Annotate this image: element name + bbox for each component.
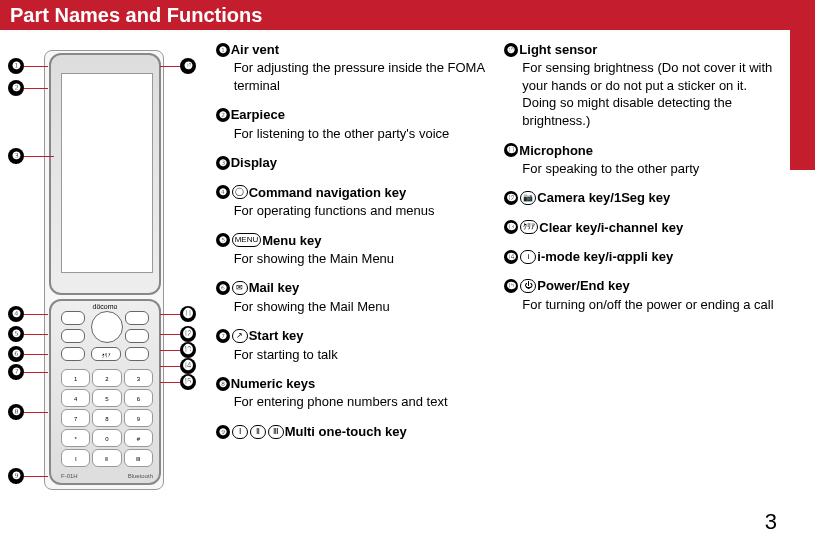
item-title: i-mode key/i-αppli key	[537, 249, 673, 264]
key-ii: Ⅱ	[92, 449, 121, 467]
lead-13	[160, 350, 180, 351]
description-col-1: ❶Air ventFor adjusting the pressure insi…	[216, 40, 491, 498]
mail-key	[61, 329, 85, 343]
item-desc: For operating functions and menus	[234, 202, 491, 220]
description-item: ⓫MicrophoneFor speaking to the other par…	[504, 141, 779, 178]
item-desc: For starting to talk	[234, 346, 491, 364]
lead-6	[24, 354, 48, 355]
description-item: ❺MENUMenu keyFor showing the Main Menu	[216, 231, 491, 268]
soft-key-left	[61, 311, 85, 325]
item-title: Multi one-touch key	[285, 424, 407, 439]
item-desc: For entering phone numbers and text	[234, 393, 491, 411]
keypad: 1 2 3 4 5 6 7 8 9 * 0 # Ⅰ Ⅱ Ⅲ	[61, 369, 153, 467]
key-icon: MENU	[232, 233, 262, 247]
lead-1	[24, 66, 48, 67]
key-icon: i	[520, 250, 536, 264]
bt-label: Bluetooth	[128, 473, 153, 479]
key-iii: Ⅲ	[124, 449, 153, 467]
item-number: ⓮	[504, 250, 518, 264]
side-tab-label: Introduction	[791, 44, 809, 149]
lead-12	[160, 334, 180, 335]
key-1: 1	[61, 369, 90, 387]
page-number: 3	[765, 509, 777, 535]
item-title: Earpiece	[231, 107, 285, 122]
description-item: ❹◯Command navigation keyFor operating fu…	[216, 183, 491, 220]
item-number: ❷	[216, 108, 230, 122]
description-item: ❸Display	[216, 153, 491, 171]
description-item: ❶Air ventFor adjusting the pressure insi…	[216, 40, 491, 94]
lead-2	[24, 88, 48, 89]
item-desc: For showing the Mail Menu	[234, 298, 491, 316]
description-item: ⓮ii-mode key/i-αppli key	[504, 247, 779, 265]
item-desc: For speaking to the other party	[522, 160, 779, 178]
key-hash: #	[124, 429, 153, 447]
lead-7	[24, 372, 48, 373]
item-title: Menu key	[262, 232, 321, 247]
item-number: ❸	[216, 156, 230, 170]
description-item: ❷EarpieceFor listening to the other part…	[216, 105, 491, 142]
key-9: 9	[124, 409, 153, 427]
item-title: Light sensor	[519, 42, 597, 57]
clear-key: ｸﾘｱ	[91, 347, 121, 361]
key-icon: ↗	[232, 329, 248, 343]
callout-13: ⓭	[180, 342, 196, 358]
callout-6: ❻	[8, 346, 24, 362]
description-item: ❿Light sensorFor sensing brightness (Do …	[504, 40, 779, 130]
item-title: Display	[231, 155, 277, 170]
brand-top: döcomo	[51, 303, 159, 310]
description-item: ❻✉Mail keyFor showing the Mail Menu	[216, 278, 491, 315]
item-number: ⓫	[504, 143, 518, 157]
key-icon: ⏻	[520, 279, 536, 293]
callout-7: ❼	[8, 364, 24, 380]
key-icon: Ⅱ	[250, 425, 266, 439]
item-title: Start key	[249, 328, 304, 343]
item-title: Command navigation key	[249, 184, 406, 199]
description-item: ❾ⅠⅡⅢMulti one-touch key	[216, 422, 491, 440]
item-number: ❾	[216, 425, 230, 439]
content-row: döcomo ｸﾘｱ 1 2 3 4 5 6	[0, 30, 815, 498]
item-number: ⓬	[504, 191, 518, 205]
lead-9	[24, 476, 48, 477]
callout-15: ⓯	[180, 374, 196, 390]
start-key	[61, 347, 85, 361]
item-number: ❼	[216, 329, 230, 343]
key-8: 8	[92, 409, 121, 427]
description-item: ⓯⏻Power/End keyFor turning on/off the po…	[504, 276, 779, 313]
callout-9: ❾	[8, 468, 24, 484]
callout-14: ⓮	[180, 358, 196, 374]
key-icon: 📷	[520, 191, 536, 205]
key-7: 7	[61, 409, 90, 427]
key-star: *	[61, 429, 90, 447]
imode-key	[125, 329, 149, 343]
item-number: ❹	[216, 185, 230, 199]
lead-5	[24, 334, 48, 335]
item-desc: For adjusting the pressure inside the FO…	[234, 59, 491, 94]
lead-15	[160, 382, 180, 383]
key-i: Ⅰ	[61, 449, 90, 467]
model-label: F-01H	[61, 473, 78, 479]
key-icon: ◯	[232, 185, 248, 199]
item-title: Air vent	[231, 42, 279, 57]
item-desc: For listening to the other party's voice	[234, 125, 491, 143]
brand-row: F-01H Bluetooth	[61, 473, 153, 479]
item-number: ❺	[216, 233, 230, 247]
key-icon: Ⅰ	[232, 425, 248, 439]
phone-top	[49, 53, 161, 295]
item-title: Clear key/i-channel key	[539, 220, 683, 235]
key-icon: ｸﾘｱ	[520, 220, 538, 234]
item-number: ❿	[504, 43, 518, 57]
item-title: Camera key/1Seg key	[537, 190, 670, 205]
description-item: ❼↗Start keyFor starting to talk	[216, 326, 491, 363]
section-header: Part Names and Functions	[0, 0, 815, 30]
soft-key-right	[125, 311, 149, 325]
description-item: ❽Numeric keysFor entering phone numbers …	[216, 374, 491, 411]
section-title: Part Names and Functions	[10, 4, 262, 26]
callout-11: ⓫	[180, 306, 196, 322]
item-number: ❶	[216, 43, 230, 57]
key-4: 4	[61, 389, 90, 407]
item-number: ❻	[216, 281, 230, 295]
description-item: ⓭ｸﾘｱClear key/i-channel key	[504, 218, 779, 236]
lead-14	[160, 366, 180, 367]
item-title: Power/End key	[537, 278, 629, 293]
key-icon: Ⅲ	[268, 425, 284, 439]
